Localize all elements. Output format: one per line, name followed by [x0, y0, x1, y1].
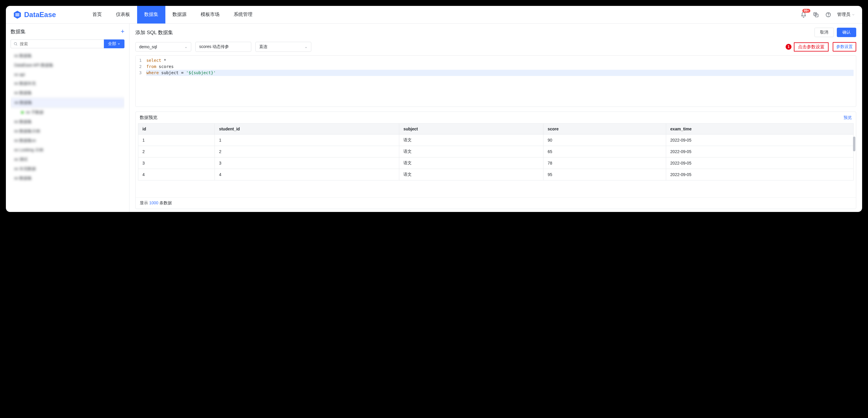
chevron-down-icon	[851, 13, 855, 17]
footer-count: 1000	[149, 201, 158, 205]
translate-icon[interactable]	[812, 11, 819, 18]
filter-button[interactable]: 全部	[104, 39, 124, 48]
nav: 首页仪表板数据集数据源模板市场系统管理	[85, 6, 259, 24]
column-header[interactable]: exam_time	[666, 124, 854, 135]
annotation: 1 点击参数设置	[785, 42, 829, 52]
preview-header: 数据预览 预览	[136, 112, 856, 123]
cancel-button[interactable]: 取消	[814, 28, 834, 37]
column-header[interactable]: score	[544, 124, 666, 135]
main-header: 添加 SQL 数据集 取消 确认	[135, 28, 856, 37]
datasource-value: demo_sql	[139, 44, 157, 49]
nav-item[interactable]: 系统管理	[226, 6, 259, 24]
tree-item[interactable]: xx 数据集示例	[10, 126, 124, 136]
footer-suffix: 条数据	[158, 201, 172, 205]
notification-icon[interactable]: 99+	[800, 11, 807, 18]
tree-item[interactable]: xx 数据集	[10, 117, 124, 126]
help-icon[interactable]	[825, 11, 832, 18]
filter-label: 全部	[108, 41, 116, 47]
column-header[interactable]: id	[138, 124, 215, 135]
column-header[interactable]: student_id	[215, 124, 399, 135]
tree-item[interactable]: xx Looking 示例	[10, 145, 124, 155]
data-preview-panel: 数据预览 预览 idstudent_idsubjectscoreexam_tim…	[135, 112, 856, 209]
config-row: demo_sql ⌄ scores 动态传参 直连 ⌄ 1 点击参数设置 参数设…	[135, 42, 856, 52]
scrollbar-thumb[interactable]	[853, 137, 855, 151]
table-wrapper[interactable]: idstudent_idsubjectscoreexam_time 11语文90…	[136, 123, 856, 197]
page-title: 添加 SQL 数据集	[135, 29, 173, 36]
tree-item[interactable]: xx 子数据	[10, 108, 124, 117]
param-settings-button[interactable]: 参数设置	[833, 42, 856, 52]
main: 添加 SQL 数据集 取消 确认 demo_sql ⌄ scores 动态传参 …	[129, 24, 862, 212]
mode-value: 直连	[259, 44, 268, 50]
annotation-number: 1	[785, 44, 792, 50]
sidebar-search-row: 全部	[10, 39, 124, 48]
logo[interactable]: DataEase	[13, 10, 56, 19]
sidebar-header: 数据集 +	[10, 28, 124, 35]
logo-icon	[13, 10, 22, 19]
nav-item[interactable]: 模板市场	[194, 6, 226, 24]
code-area[interactable]: select *from scoreswhere subject = '${su…	[144, 56, 856, 107]
sql-editor[interactable]: 123 select *from scoreswhere subject = '…	[135, 55, 856, 107]
chevron-down-icon	[117, 42, 120, 45]
column-header[interactable]: subject	[399, 124, 544, 135]
code-line: from scores	[146, 64, 854, 70]
tree-item[interactable]: xx 数据集	[10, 88, 124, 98]
tree-item[interactable]: xx 数据补充	[10, 79, 124, 88]
chevron-down-icon: ⌄	[185, 45, 187, 49]
nav-item[interactable]: 数据源	[165, 6, 194, 24]
topbar: DataEase 首页仪表板数据集数据源模板市场系统管理 99+ 管理员	[6, 6, 862, 24]
code-line: select *	[146, 57, 854, 64]
confirm-button[interactable]: 确认	[837, 28, 856, 37]
app-window: DataEase 首页仪表板数据集数据源模板市场系统管理 99+ 管理员 数据集	[6, 6, 862, 212]
search-input[interactable]	[10, 39, 104, 48]
preview-button[interactable]: 预览	[844, 115, 852, 120]
table-row: 44语文952022-09-05	[138, 169, 854, 180]
annotation-text: 点击参数设置	[794, 42, 829, 52]
table-row: 11语文902022-09-05	[138, 135, 854, 146]
svg-point-4	[828, 16, 829, 16]
chevron-down-icon: ⌄	[305, 45, 308, 49]
tree-item[interactable]: xx 数据集	[10, 98, 124, 108]
nav-item[interactable]: 数据集	[137, 6, 165, 24]
tree-item[interactable]: xx 数据集	[10, 51, 124, 61]
nav-item[interactable]: 仪表板	[109, 6, 137, 24]
table-row: 33语文782022-09-05	[138, 157, 854, 169]
header-buttons: 取消 确认	[814, 28, 856, 37]
body: 数据集 + 全部 xx 数据集DataEase API 数据集xx apixx …	[6, 24, 862, 212]
brand-text: DataEase	[24, 10, 56, 19]
tree-item[interactable]: xx api	[10, 70, 124, 79]
add-dataset-button[interactable]: +	[121, 28, 124, 35]
preview-table: idstudent_idsubjectscoreexam_time 11语文90…	[138, 123, 854, 180]
user-name: 管理员	[837, 12, 850, 18]
preview-footer: 显示 1000 条数据	[136, 197, 856, 209]
nav-item[interactable]: 首页	[85, 6, 109, 24]
tree-item[interactable]: xx 数据集	[10, 174, 124, 183]
tree-item[interactable]: xx 数据集xx	[10, 136, 124, 145]
user-menu[interactable]: 管理员	[837, 12, 855, 18]
dataset-tree: xx 数据集DataEase API 数据集xx apixx 数据补充xx 数据…	[10, 51, 124, 208]
dataset-name-input[interactable]: scores 动态传参	[195, 42, 251, 52]
notification-badge: 99+	[802, 9, 810, 13]
preview-title: 数据预览	[140, 115, 157, 120]
footer-prefix: 显示	[140, 201, 149, 205]
datasource-select[interactable]: demo_sql ⌄	[135, 42, 191, 52]
sidebar: 数据集 + 全部 xx 数据集DataEase API 数据集xx apixx …	[6, 24, 129, 212]
dataset-name-value: scores 动态传参	[199, 44, 229, 50]
mode-select[interactable]: 直连 ⌄	[255, 42, 311, 52]
code-line: where subject = '${subject}'	[146, 70, 854, 76]
tree-item[interactable]: xx 测试	[10, 155, 124, 164]
line-gutter: 123	[136, 56, 144, 107]
sidebar-title: 数据集	[10, 28, 26, 35]
tree-item[interactable]: DataEase API 数据集	[10, 61, 124, 70]
table-row: 22语文652022-09-05	[138, 146, 854, 157]
tree-item[interactable]: xx 补充数据	[10, 164, 124, 174]
topbar-right: 99+ 管理员	[800, 11, 855, 18]
